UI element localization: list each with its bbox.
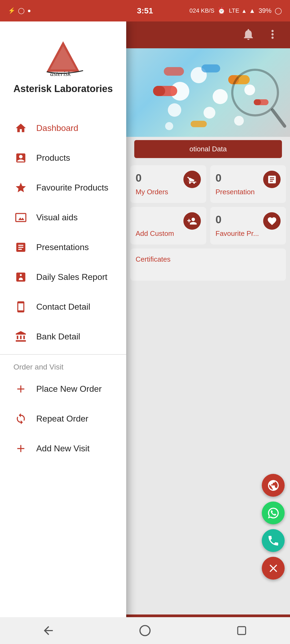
svg-rect-21 xyxy=(191,121,207,127)
svg-line-15 xyxy=(273,110,285,126)
nav-label-favourite-products: Favourite Products xyxy=(36,183,108,193)
android-nav-bar xyxy=(0,617,290,644)
card-favourite-products[interactable]: 0 Favourite Pr... xyxy=(210,207,286,244)
nav-item-products[interactable]: Products xyxy=(0,143,126,173)
fab-web[interactable] xyxy=(262,474,285,497)
svg-rect-18 xyxy=(254,99,261,105)
cards-area: 0 My Orders 0 Presentation xyxy=(126,161,290,248)
certificates-label: Certificates xyxy=(136,255,281,264)
nav-item-daily-sales-report[interactable]: Daily Sales Report xyxy=(0,262,126,292)
nav-item-presentations[interactable]: Presentations xyxy=(0,232,126,262)
status-time: 3:51 xyxy=(137,6,153,15)
svg-point-22 xyxy=(140,625,150,636)
daily-sales-report-icon xyxy=(13,270,28,284)
visual-aids-icon xyxy=(13,210,28,225)
hero-image xyxy=(126,48,290,137)
place-new-order-icon xyxy=(13,382,28,396)
svg-rect-13 xyxy=(164,67,184,76)
add-custom-person-icon-circle xyxy=(183,212,201,230)
certificates-area: Certificates xyxy=(126,248,290,285)
notification-icon[interactable] xyxy=(242,28,255,42)
lte-icon: LTE xyxy=(229,7,239,14)
settings-icon: ◯ xyxy=(18,7,25,14)
nav-item-place-new-order[interactable]: Place New Order xyxy=(0,374,126,404)
order-visit-section-title: Order and Visit xyxy=(0,357,126,374)
nav-label-products: Products xyxy=(36,153,70,163)
promo-area: otional Data xyxy=(126,137,290,161)
dot-icon: ● xyxy=(27,7,31,14)
svg-point-20 xyxy=(165,122,173,130)
nav-label-contact-detail: Contact Detail xyxy=(36,302,90,312)
status-right-icons: 024 KB/S ⏰ LTE ▴ ▲ 39% ◯ xyxy=(190,7,282,14)
nav-label-visual-aids: Visual aids xyxy=(36,213,78,222)
nav-item-visual-aids[interactable]: Visual aids xyxy=(0,203,126,232)
presentation-label: Presentation xyxy=(216,188,281,196)
card-my-orders[interactable]: 0 My Orders xyxy=(130,165,206,203)
promo-button[interactable]: otional Data xyxy=(134,140,282,158)
svg-rect-9 xyxy=(153,86,165,96)
dashboard-icon xyxy=(13,121,28,136)
svg-rect-12 xyxy=(201,64,220,72)
nav-item-bank-detail[interactable]: Bank Detail xyxy=(0,322,126,352)
android-back-button[interactable] xyxy=(40,623,56,639)
fab-phone[interactable] xyxy=(262,529,285,552)
nav-label-repeat-order: Repeat Order xyxy=(36,414,88,424)
battery-level: 39% xyxy=(259,7,271,14)
logo-container: asterisk xyxy=(39,38,87,78)
status-bar: 3:51 ⚡ ◯ ● 024 KB/S ⏰ LTE ▴ ▲ 39% ◯ xyxy=(0,0,290,21)
nav-item-contact-detail[interactable]: Contact Detail xyxy=(0,292,126,322)
bank-detail-icon xyxy=(13,329,28,344)
battery-icon: ◯ xyxy=(275,7,282,14)
orders-label: My Orders xyxy=(136,188,201,196)
nav-item-repeat-order[interactable]: Repeat Order xyxy=(0,404,126,434)
alarm-icon: ⏰ xyxy=(218,7,226,14)
presentations-icon xyxy=(13,240,28,255)
asterisk-logo: asterisk xyxy=(39,39,87,76)
android-recent-button[interactable] xyxy=(234,623,250,639)
svg-point-16 xyxy=(244,85,255,95)
message-icon: ⚡ xyxy=(8,7,15,14)
more-options-icon[interactable] xyxy=(266,28,279,42)
nav-item-favourite-products[interactable]: Favourite Products xyxy=(0,173,126,203)
nav-item-add-new-visit[interactable]: Add New Visit xyxy=(0,434,126,463)
favourite-icon-circle xyxy=(263,212,281,230)
nav-label-add-new-visit: Add New Visit xyxy=(36,444,90,453)
add-new-visit-icon xyxy=(13,441,28,456)
nav-label-presentations: Presentations xyxy=(36,242,89,252)
svg-point-14 xyxy=(232,70,278,115)
promo-label: otional Data xyxy=(190,145,227,153)
svg-rect-23 xyxy=(238,627,245,634)
svg-point-5 xyxy=(213,89,228,104)
products-icon xyxy=(13,151,28,165)
drawer-header: asterisk Asterisk Laboratories xyxy=(0,21,126,111)
add-custom-label: Add Custom xyxy=(136,229,174,238)
status-left-icons: ⚡ ◯ ● xyxy=(8,7,31,14)
fab-close[interactable] xyxy=(262,557,285,580)
contact-detail-icon xyxy=(13,299,28,314)
nav-label-place-new-order: Place New Order xyxy=(36,384,102,394)
favourite-products-icon xyxy=(13,180,28,195)
company-name: Asterisk Laboratories xyxy=(13,83,113,94)
nav-item-dashboard[interactable]: Dashboard xyxy=(0,113,126,143)
svg-point-6 xyxy=(168,103,181,117)
presentation-icon-circle xyxy=(263,171,281,188)
card-add-custom[interactable]: Add Custom xyxy=(130,207,206,244)
card-certificates[interactable]: Certificates xyxy=(130,248,286,281)
navigation-drawer: asterisk Asterisk Laboratories Dashboard xyxy=(0,21,126,644)
nav-label-daily-sales-report: Daily Sales Report xyxy=(36,272,107,282)
android-home-button[interactable] xyxy=(137,623,153,639)
pills-illustration xyxy=(126,48,290,137)
app-header xyxy=(126,21,290,48)
nav-divider xyxy=(0,354,126,355)
signal-icon: ▲ xyxy=(249,7,255,14)
fab-container xyxy=(262,474,285,580)
network-speed: 024 KB/S xyxy=(190,7,215,14)
nav-label-dashboard: Dashboard xyxy=(36,123,78,133)
favourite-label: Favourite Pr... xyxy=(216,229,281,238)
svg-marker-1 xyxy=(50,46,76,69)
orders-icon-circle xyxy=(183,171,201,188)
drawer-nav: Dashboard Products Favourite Produ xyxy=(0,111,126,644)
fab-whatsapp[interactable] xyxy=(262,502,285,524)
card-presentation[interactable]: 0 Presentation xyxy=(210,165,286,203)
main-layout: asterisk Asterisk Laboratories Dashboard xyxy=(0,21,290,644)
